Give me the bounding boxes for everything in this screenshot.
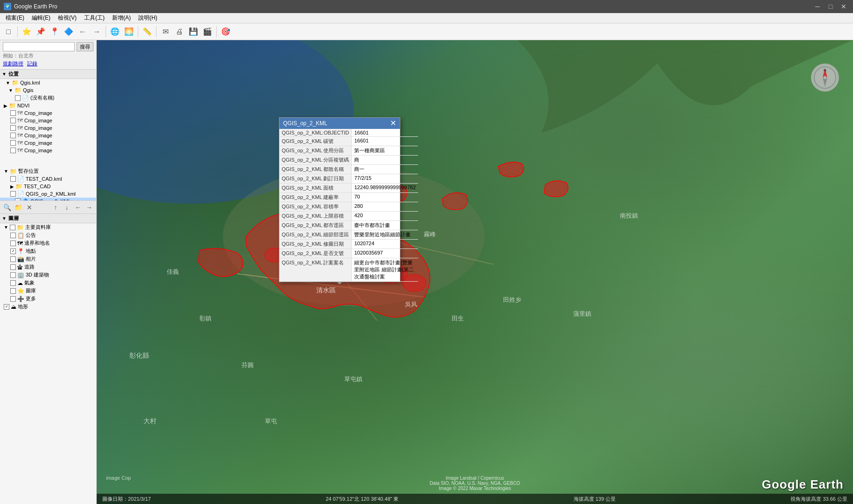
popup-title: QGIS_op_2_KML [283, 120, 327, 127]
checkbox-announcement[interactable] [10, 233, 16, 238]
toolbar-btn-save[interactable]: 💾 [187, 25, 200, 38]
tree-label-noname: (没有名稱) [30, 94, 54, 101]
tree-item-crop2[interactable]: 🗺 Crop_image [0, 117, 96, 124]
tree-item-crop6[interactable]: 🗺 Crop_image [0, 147, 96, 154]
menu-tools[interactable]: 工具(工) [80, 13, 108, 23]
toolbar-btn-path[interactable]: 📍 [48, 25, 61, 38]
toolbar-btn-back[interactable]: ← [76, 25, 89, 38]
search-input[interactable] [3, 42, 75, 51]
layer-roads[interactable]: 🛣 道路 [0, 263, 96, 271]
sidebar-btn-left[interactable]: ← [73, 202, 83, 213]
tree-item-crop4[interactable]: 🗺 Crop_image [0, 132, 96, 139]
tree-label-test-cad: TEST_CAD [24, 184, 50, 189]
layer-terrain[interactable]: ✓ ⛰ 地形 [0, 303, 96, 311]
layer-main-db[interactable]: ▼ 📁 主要資料庫 [0, 223, 96, 231]
watermark-line1: Image Landsat / Copernicus [430, 476, 520, 481]
menu-add[interactable]: 新增(A) [108, 13, 135, 23]
checkbox-crop6[interactable] [10, 148, 16, 153]
toolbar-separator-5 [216, 26, 217, 37]
tree-item-test-cad[interactable]: ▶ 📁 TEST_CAD [0, 183, 96, 190]
sidebar-btn-up[interactable]: ↑ [50, 202, 61, 213]
toolbar-btn-ruler[interactable]: 📏 [141, 25, 154, 38]
nav-compass[interactable]: N [811, 64, 839, 92]
minimize-button[interactable]: ─ [812, 2, 823, 11]
tree-item-qgis-kml[interactable]: ▼ 📁 Qgis.kml [0, 79, 96, 86]
map-area[interactable]: 佳義 彰鎮 彰化縣 芬圓 草屯鎮 草屯 大村 清水區 吳风 田生 田姓乡 蒲里鎮… [97, 40, 853, 504]
checkbox-crop4[interactable] [10, 133, 16, 138]
tree-item-temp[interactable]: ▼ 📁 暫存位置 [0, 167, 96, 175]
tree-item-qgis[interactable]: ▼ 📁 Qgis [0, 86, 96, 94]
toolbar-btn-map[interactable]: □ [2, 25, 15, 38]
tree-item-crop5[interactable]: 🗺 Crop_image [0, 139, 96, 147]
tree-item-qgis-kml2[interactable]: 📄 QGIS_op_2_KML.kml [0, 190, 96, 198]
checkbox-gallery[interactable] [10, 288, 16, 294]
close-button[interactable]: ✕ [838, 2, 849, 11]
menu-edit[interactable]: 編輯(E) [28, 13, 54, 23]
toolbar-btn-target[interactable]: 🎯 [219, 25, 232, 38]
tree-item-crop3[interactable]: 🗺 Crop_image [0, 124, 96, 132]
sidebar-btn-down[interactable]: ↓ [62, 202, 72, 213]
search-button[interactable]: 搜尋 [77, 42, 93, 51]
layer-photos[interactable]: 📸 相片 [0, 255, 96, 263]
sidebar-btn-right[interactable]: → [84, 202, 94, 213]
sidebar-btn-delete[interactable]: ✕ [24, 202, 35, 213]
checkbox-photos[interactable] [10, 256, 16, 262]
svg-text:南投鎮: 南投鎮 [620, 212, 638, 219]
checkbox-crop3[interactable] [10, 125, 16, 131]
places-header[interactable]: ▼ 位置 [0, 70, 96, 79]
layer-label-gallery: 圖庫 [26, 287, 36, 294]
popup-row: QGIS_op_2_KML 都致名稱商一 [279, 165, 418, 174]
popup-value: 1020724 [352, 240, 418, 249]
toolbar-btn-forward[interactable]: → [90, 25, 103, 38]
popup-key: QGIS_op_2_KML 計案案名 [279, 258, 352, 282]
tree-item-test-cad-kml[interactable]: 📄 TEST_CAD.kml [0, 175, 96, 183]
toolbar-separator-4 [156, 26, 156, 37]
checkbox-places[interactable]: ✓ [10, 248, 16, 254]
checkbox-more[interactable] [10, 296, 16, 302]
checkbox-test-cad-kml[interactable] [10, 176, 16, 182]
tree-item-noname[interactable]: 📄 (没有名稱) [0, 94, 96, 102]
checkbox-crop2[interactable] [10, 118, 16, 123]
svg-text:彰化縣: 彰化縣 [129, 352, 149, 359]
plan-route-link[interactable]: 規劃路徑 [3, 60, 23, 67]
search-area: 搜尋 例如：台北市 規劃路徑 記錄 [0, 40, 96, 70]
popup-close-button[interactable]: ✕ [390, 120, 396, 127]
tree-item-crop1[interactable]: 🗺 Crop_image [0, 109, 96, 117]
layer-announcement[interactable]: 📋 公告 [0, 231, 96, 239]
layer-gallery[interactable]: ⭐ 圖庫 [0, 287, 96, 295]
checkbox-qgis-kml2[interactable] [10, 191, 16, 197]
layer-places[interactable]: ✓ 📍 地點 [0, 247, 96, 255]
record-link[interactable]: 記錄 [27, 60, 37, 67]
checkbox-borders[interactable] [10, 241, 16, 246]
toolbar-btn-pin[interactable]: 📌 [34, 25, 47, 38]
sidebar-btn-search[interactable]: 🔍 [2, 202, 12, 213]
checkbox-crop1[interactable] [10, 110, 16, 116]
checkbox-terrain[interactable]: ✓ [4, 304, 9, 310]
maximize-button[interactable]: □ [825, 2, 836, 11]
menu-file[interactable]: 檔案(E) [2, 13, 28, 23]
tree-item-ndvi[interactable]: ▶ 📁 NDVI [0, 102, 96, 109]
checkbox-main-db[interactable] [10, 225, 15, 230]
checkbox-noname[interactable] [15, 95, 21, 101]
checkbox-roads[interactable] [10, 264, 16, 270]
toolbar-btn-globe[interactable]: 🌐 [108, 25, 121, 38]
sidebar-btn-folder[interactable]: 📁 [13, 202, 23, 213]
popup-key: QGIS_op_2_KML 使用分區 [279, 146, 352, 156]
toolbar-btn-star[interactable]: ⭐ [20, 25, 33, 38]
toolbar-btn-email[interactable]: ✉ [159, 25, 172, 38]
checkbox-buildings[interactable] [10, 272, 16, 278]
layer-borders[interactable]: 🗺 邊界和地名 [0, 239, 96, 247]
checkbox-weather[interactable] [10, 280, 16, 286]
toolbar-btn-present[interactable]: 🎬 [201, 25, 214, 38]
layers-header[interactable]: ▼ 圖層 [0, 214, 96, 223]
menu-help[interactable]: 說明(H) [135, 13, 161, 23]
layer-more[interactable]: ➕ 更多 [0, 295, 96, 303]
menu-view[interactable]: 檢視(V) [54, 13, 80, 23]
status-bar: 圖像日期：2021/3/17 24 07'59.12"北 120 38'40.4… [97, 494, 853, 504]
layer-weather[interactable]: ☁ 氣象 [0, 279, 96, 287]
layer-buildings[interactable]: 🏢 3D 建築物 [0, 271, 96, 279]
toolbar-btn-polygon[interactable]: 🔷 [62, 25, 75, 38]
toolbar-btn-sky[interactable]: 🌅 [122, 25, 135, 38]
checkbox-crop5[interactable] [10, 140, 16, 146]
toolbar-btn-print[interactable]: 🖨 [173, 25, 186, 38]
